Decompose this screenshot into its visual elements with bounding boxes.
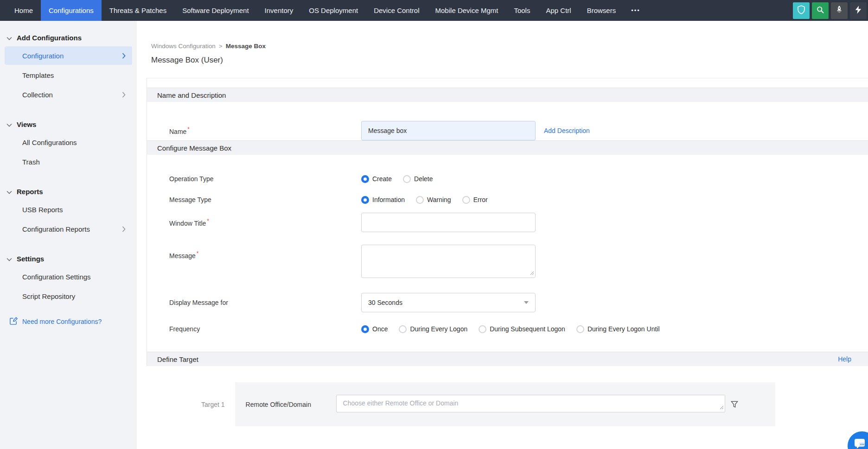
nav-item-inventory[interactable]: Inventory (257, 0, 301, 21)
nav-item-software-deployment[interactable]: Software Deployment (174, 0, 256, 21)
nav-item-configurations[interactable]: Configurations (41, 0, 102, 21)
radio-selected-icon[interactable] (361, 196, 369, 204)
radio-unselected-icon[interactable] (416, 196, 424, 204)
nav-more-menu[interactable]: ••• (624, 0, 648, 21)
target-number-label: Target 1 (201, 401, 225, 408)
nav-item-browsers[interactable]: Browsers (579, 0, 624, 21)
sidebar-item-configuration[interactable]: Configuration (5, 46, 132, 65)
sidebar-section-settings[interactable]: Settings (0, 255, 137, 263)
rocket-button[interactable] (831, 2, 848, 19)
remote-office-domain-input[interactable] (336, 395, 725, 412)
sidebar-item-trash[interactable]: Trash (5, 152, 132, 171)
display-message-for-label: Display Message for (169, 299, 228, 306)
nav-item-threats-patches[interactable]: Threats & Patches (102, 0, 174, 21)
sidebar-item-all-configurations[interactable]: All Configurations (5, 133, 132, 152)
sidebar-item-configuration-reports[interactable]: Configuration Reports (5, 220, 132, 238)
required-asterisk: * (197, 250, 199, 257)
chevron-right-icon (122, 92, 126, 98)
operation-type-label: Operation Type (169, 175, 213, 183)
radio-selected-icon[interactable] (361, 325, 369, 333)
breadcrumb-current: Message Box (226, 43, 266, 50)
sidebar-item-script-repository[interactable]: Script Repository (5, 287, 132, 305)
chevron-down-icon (6, 120, 12, 128)
chevron-down-icon (6, 188, 12, 196)
breadcrumb: Windows Configuration>Message Box (151, 43, 868, 50)
message-textarea[interactable] (361, 245, 536, 278)
name-input[interactable] (361, 121, 536, 140)
nav-item-device-control[interactable]: Device Control (366, 0, 427, 21)
window-title-row: Window Title* (147, 213, 868, 232)
remote-office-domain-label: Remote Office/Domain (246, 401, 336, 408)
name-label: Name (169, 128, 186, 135)
sidebar-item-templates[interactable]: Templates (5, 66, 132, 84)
flash-button[interactable] (850, 2, 867, 19)
frequency-row: Frequency Once During Every Logon During… (147, 324, 868, 334)
nav-item-home[interactable]: Home (6, 0, 41, 21)
required-asterisk: * (187, 126, 190, 133)
sidebar-section-reports[interactable]: Reports (0, 188, 137, 196)
window-title-input[interactable] (361, 213, 536, 232)
radio-option-delete[interactable]: Delete (403, 175, 433, 183)
chevron-down-icon (6, 255, 12, 263)
message-row: Message* (147, 245, 868, 280)
radio-unselected-icon[interactable] (462, 196, 470, 204)
top-nav: Home Configurations Threats & Patches So… (0, 0, 868, 21)
sidebar-section-views[interactable]: Views (0, 120, 137, 128)
radio-unselected-icon[interactable] (399, 325, 407, 333)
display-message-for-row: Display Message for 30 Seconds (147, 293, 868, 312)
section-header-name-description: Name and Description (147, 88, 868, 102)
required-asterisk: * (207, 218, 209, 224)
radio-option-create[interactable]: Create (361, 175, 392, 183)
target-row: Target 1 Remote Office/Domain (147, 382, 868, 426)
sidebar-item-configuration-settings[interactable]: Configuration Settings (5, 267, 132, 286)
rocket-icon (835, 5, 844, 16)
chevron-down-icon (524, 301, 529, 304)
message-label: Message (169, 252, 196, 259)
radio-option-during-every-logon-until[interactable]: During Every Logon Until (576, 325, 660, 333)
radio-unselected-icon[interactable] (403, 175, 411, 183)
filter-icon[interactable] (730, 400, 739, 409)
window-title-label: Window Title (169, 220, 206, 227)
help-link[interactable]: Help (838, 355, 851, 363)
chevron-right-icon (122, 226, 126, 232)
chat-icon (854, 438, 866, 449)
radio-unselected-icon[interactable] (576, 325, 584, 333)
operation-type-row: Operation Type Create Delete (147, 174, 868, 184)
form-panel: Name and Description Name* Add Descripti… (147, 78, 868, 366)
nav-item-os-deployment[interactable]: OS Deployment (301, 0, 366, 21)
target-definition-box: Remote Office/Domain (235, 382, 775, 426)
frequency-label: Frequency (169, 325, 200, 333)
name-row: Name* Add Description (147, 121, 868, 140)
radio-option-error[interactable]: Error (462, 196, 488, 204)
chevron-down-icon (6, 34, 12, 42)
breadcrumb-separator: > (219, 43, 223, 50)
nav-item-app-ctrl[interactable]: App Ctrl (538, 0, 579, 21)
sidebar-item-usb-reports[interactable]: USB Reports (5, 200, 132, 219)
sidebar-section-add-configurations[interactable]: Add Configurations (0, 34, 137, 42)
section-header-configure-message-box: Configure Message Box (147, 140, 868, 155)
radio-option-during-every-logon[interactable]: During Every Logon (399, 325, 467, 333)
nav-action-icons (793, 0, 868, 21)
radio-unselected-icon[interactable] (479, 325, 486, 333)
search-button[interactable] (812, 2, 829, 19)
radio-selected-icon[interactable] (361, 175, 369, 183)
message-type-label: Message Type (169, 196, 211, 203)
radio-option-information[interactable]: Information (361, 196, 405, 204)
shield-icon (796, 5, 806, 17)
main-content: Windows Configuration>Message Box Messag… (137, 21, 868, 449)
sidebar: Add Configurations Configuration Templat… (0, 21, 137, 449)
radio-option-during-subsequent-logon[interactable]: During Subsequent Logon (479, 325, 565, 333)
nav-item-tools[interactable]: Tools (506, 0, 538, 21)
message-type-row: Message Type Information Warning Error (147, 195, 868, 205)
need-more-configurations-link[interactable]: Need more Configurations? (9, 316, 137, 327)
compose-icon (9, 316, 18, 327)
radio-option-warning[interactable]: Warning (416, 196, 451, 204)
breadcrumb-parent[interactable]: Windows Configuration (151, 43, 216, 50)
nav-item-mobile-device-mgmt[interactable]: Mobile Device Mgmt (428, 0, 506, 21)
flash-icon (854, 5, 863, 16)
add-description-link[interactable]: Add Description (544, 127, 590, 134)
display-duration-select[interactable]: 30 Seconds (361, 293, 536, 312)
radio-option-once[interactable]: Once (361, 325, 388, 333)
sidebar-item-collection[interactable]: Collection (5, 85, 132, 104)
shield-button[interactable] (793, 2, 810, 19)
